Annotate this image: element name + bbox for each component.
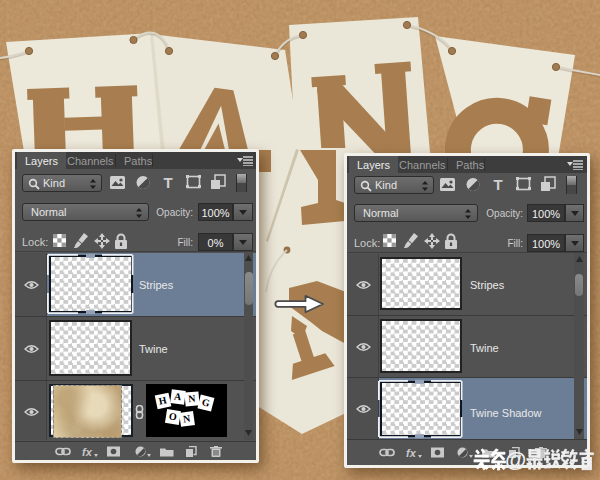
svg-text:fx: fx [406, 447, 417, 458]
svg-text:T: T [493, 176, 502, 193]
svg-text:fx: fx [82, 446, 93, 457]
svg-text:T: T [163, 174, 172, 191]
svg-text:@: @ [505, 447, 526, 472]
